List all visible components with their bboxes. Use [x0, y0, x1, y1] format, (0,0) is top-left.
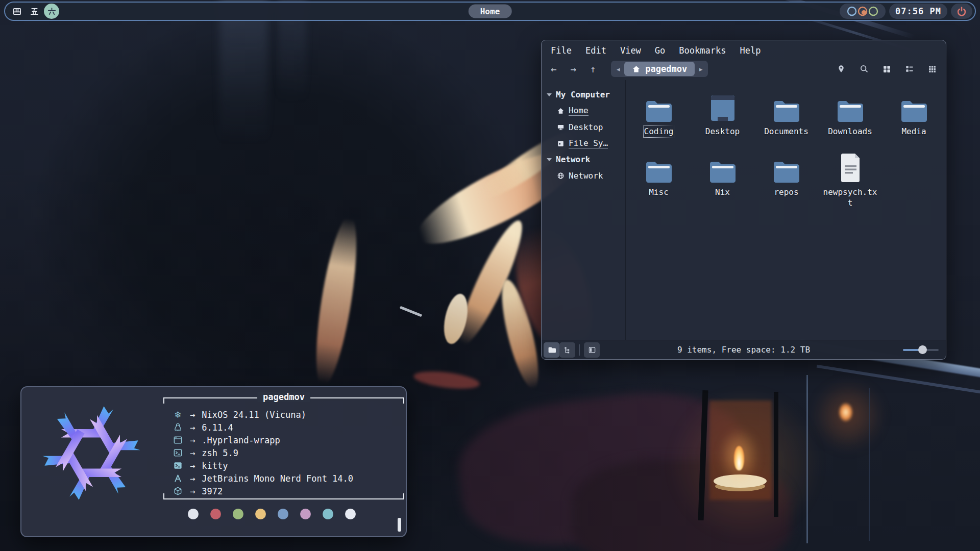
clock-module[interactable]: 07:56 PM — [889, 4, 947, 19]
compact-view-icon[interactable] — [928, 65, 937, 73]
menu-view[interactable]: View — [620, 45, 641, 56]
fastfetch-box: pagedmov ❄ → NixOS 24.11 (Vicuna) → 6.11… — [163, 397, 404, 499]
palette-dot — [323, 509, 333, 519]
location-pin-icon[interactable] — [837, 64, 846, 73]
terminal-icon — [172, 461, 184, 470]
power-icon — [956, 6, 967, 17]
text-file-icon — [839, 153, 862, 183]
power-button[interactable] — [951, 4, 972, 19]
file-downloads[interactable]: Downloads — [818, 92, 882, 137]
sidebar-section-label: Network — [556, 155, 590, 164]
icon-size-slider[interactable] — [903, 345, 939, 355]
sidebar-item-network[interactable]: Network — [542, 167, 625, 184]
folder-icon — [645, 159, 673, 183]
path-scroll-right-button[interactable]: ▸ — [695, 65, 707, 73]
sidebar-item-desktop[interactable]: Desktop — [542, 119, 625, 135]
sidebar-item-filesystem[interactable]: File Sy… — [542, 135, 625, 152]
sidebar: My Computer Home Desktop File Sy… — [542, 80, 626, 340]
fetch-row-wm: → .Hyprland-wrapp — [172, 434, 400, 446]
box-border — [403, 493, 404, 499]
box-border — [163, 493, 164, 499]
workspace-switcher — [9, 4, 59, 19]
file-label: Documents — [764, 126, 808, 137]
collapse-arrow-icon[interactable] — [547, 158, 552, 161]
file-manager-window: File Edit View Go Bookmarks Help ← → ↑ ◂… — [541, 40, 946, 360]
up-button[interactable]: ↑ — [590, 63, 596, 74]
status-circles-icon — [846, 5, 879, 17]
fetch-value: NixOS 24.11 (Vicuna) — [202, 410, 306, 420]
file-label: Misc — [649, 187, 669, 197]
fetch-row-font: → JetBrains Mono Nerd Font 14.0 — [172, 472, 400, 485]
show-tree-button[interactable] — [559, 342, 575, 358]
show-places-button[interactable] — [544, 342, 559, 358]
terminal-scrollbar[interactable] — [398, 518, 401, 532]
sidebar-section-label: My Computer — [556, 90, 610, 99]
icon-view-icon[interactable] — [883, 65, 891, 73]
file-documents[interactable]: Documents — [754, 92, 818, 137]
menu-go[interactable]: Go — [655, 45, 665, 56]
menu-file[interactable]: File — [551, 45, 572, 56]
kanji-four-icon — [12, 7, 22, 16]
toolbar-right-icons — [837, 64, 937, 73]
workspace-5[interactable] — [27, 4, 42, 19]
fetch-row-terminal: → kitty — [172, 459, 400, 472]
menubar: File Edit View Go Bookmarks Help — [542, 40, 946, 59]
folder-icon — [836, 98, 865, 122]
forward-button[interactable]: → — [570, 63, 576, 74]
file-grid: Coding Desktop Documents — [626, 80, 946, 340]
path-scroll-left-button[interactable]: ◂ — [612, 65, 624, 73]
file-label: Desktop — [705, 126, 740, 137]
sidebar-section-my-computer[interactable]: My Computer — [542, 87, 625, 103]
nix-icon: ❄ — [172, 410, 184, 420]
sidebar-item-home[interactable]: Home — [542, 103, 625, 119]
path-bar: ◂ pagedmov ▸ — [611, 61, 708, 77]
palette-dot — [233, 509, 243, 519]
arrow-icon: → — [190, 486, 195, 496]
back-button[interactable]: ← — [551, 63, 556, 74]
linux-icon — [172, 422, 184, 432]
palette-dot — [255, 509, 266, 519]
toggle-side-pane-button[interactable] — [584, 342, 600, 358]
box-border — [403, 397, 404, 404]
file-manager-body: My Computer Home Desktop File Sy… — [542, 80, 946, 340]
sidebar-item-label: Desktop — [569, 122, 603, 132]
file-label: newpsych.txt — [822, 187, 879, 208]
menu-bookmarks[interactable]: Bookmarks — [679, 45, 726, 56]
palette-dot — [188, 509, 199, 519]
menu-edit[interactable]: Edit — [585, 45, 606, 56]
sidebar-section-network[interactable]: Network — [542, 152, 625, 167]
slider-knob[interactable] — [918, 345, 927, 354]
nixos-logo — [37, 398, 146, 508]
arrow-icon: → — [190, 448, 195, 458]
file-nix[interactable]: Nix — [691, 153, 754, 208]
list-view-icon[interactable] — [905, 64, 914, 73]
file-media[interactable]: Media — [882, 92, 946, 137]
bar-right-modules: 07:56 PM — [840, 4, 972, 19]
fetch-value: 6.11.4 — [202, 422, 233, 433]
desktop-icon — [557, 123, 565, 131]
search-icon[interactable] — [860, 64, 869, 73]
collapse-arrow-icon[interactable] — [547, 93, 552, 96]
arrow-icon: → — [190, 410, 195, 420]
file-desktop[interactable]: Desktop — [691, 92, 754, 137]
terminal-window: pagedmov ❄ → NixOS 24.11 (Vicuna) → 6.11… — [20, 386, 407, 537]
fetch-value: 3972 — [202, 486, 223, 496]
workspace-4[interactable] — [9, 4, 24, 19]
file-misc[interactable]: Misc — [627, 153, 691, 208]
box-border — [163, 397, 164, 404]
workspace-6-active[interactable] — [44, 4, 59, 19]
home-icon — [632, 65, 641, 73]
drive-icon — [557, 140, 565, 147]
system-status-module[interactable] — [840, 4, 886, 19]
fetch-value: zsh 5.9 — [202, 448, 238, 458]
folder-icon — [645, 98, 673, 122]
file-coding[interactable]: Coding — [627, 92, 691, 137]
fetch-row-os: ❄ → NixOS 24.11 (Vicuna) — [172, 408, 400, 421]
arrow-icon: → — [190, 461, 195, 471]
file-repos[interactable]: repos — [754, 153, 818, 208]
toolbar: ← → ↑ ◂ pagedmov ▸ — [542, 59, 946, 80]
path-segment-home[interactable]: pagedmov — [624, 62, 695, 76]
desktop-folder-icon — [709, 94, 737, 122]
menu-help[interactable]: Help — [740, 45, 761, 56]
file-newpsych-txt[interactable]: newpsych.txt — [818, 153, 882, 208]
